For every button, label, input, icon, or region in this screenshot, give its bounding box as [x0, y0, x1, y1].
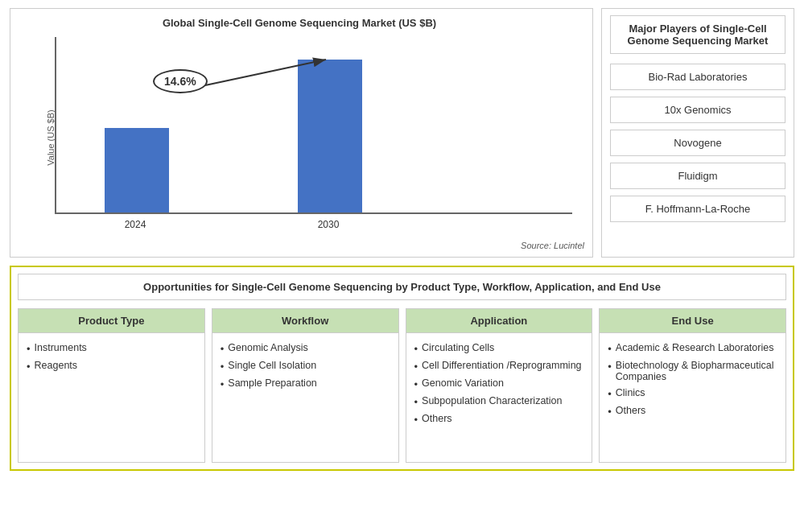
y-axis-label: Value (US $B) [46, 109, 56, 166]
list-item: • Genomic Analysis [221, 340, 390, 357]
players-title: Major Players of Single-Cell Genome Sequ… [610, 15, 785, 54]
list-item: • Genomic Variation [414, 375, 584, 393]
bullet-icon: • [414, 361, 418, 373]
player-item: F. Hoffmann-La-Roche [610, 196, 785, 222]
list-item: • Single Cell Isolation [221, 357, 390, 375]
source-text: Source: Lucintel [521, 241, 584, 250]
categories-row: Product Type • Instruments • Reagents Wo… [18, 308, 786, 463]
list-item: • Clinics [608, 385, 777, 402]
category-body-application: • Circulating Cells • Cell Differentiati… [406, 333, 592, 462]
bullet-icon: • [27, 343, 31, 355]
bar-label-2024: 2024 [103, 219, 167, 230]
cagr-bubble: 14.6% [153, 69, 208, 93]
list-item: • Academic & Research Laboratories [608, 340, 777, 357]
players-list: Bio-Rad Laboratories 10x Genomics Novoge… [610, 64, 785, 222]
bullet-icon: • [608, 388, 612, 400]
list-item: • Subpopulation Characterization [414, 393, 584, 410]
bottom-title: Opportunities for Single-Cell Genome Seq… [18, 274, 786, 300]
top-section: Global Single-Cell Genome Sequencing Mar… [10, 8, 794, 258]
bullet-icon: • [414, 378, 418, 390]
players-panel: Major Players of Single-Cell Genome Sequ… [601, 8, 794, 258]
bar-2024 [105, 128, 169, 212]
player-item: 10x Genomics [610, 97, 785, 123]
category-workflow: Workflow • Genomic Analysis • Single Cel… [212, 308, 399, 463]
chart-area: Global Single-Cell Genome Sequencing Mar… [10, 8, 593, 258]
list-item: • Instruments [27, 340, 196, 357]
list-item: • Others [608, 402, 777, 420]
bar-2030 [298, 60, 362, 212]
list-item: • Others [414, 410, 584, 428]
list-item: • Reagents [27, 357, 196, 375]
bullet-icon: • [608, 343, 612, 355]
bullet-icon: • [221, 361, 225, 373]
bar-label-2030: 2030 [296, 219, 361, 230]
list-item: • Sample Preparation [221, 375, 390, 393]
bullet-icon: • [221, 343, 225, 355]
category-application: Application • Circulating Cells • Cell D… [406, 308, 593, 463]
player-item: Fluidigm [610, 163, 785, 189]
bullet-icon: • [414, 343, 418, 355]
bullet-icon: • [608, 406, 612, 418]
category-header-end-use: End Use [600, 309, 785, 333]
bullet-icon: • [27, 361, 31, 373]
player-item: Bio-Rad Laboratories [610, 64, 785, 90]
list-item: • Cell Differentiation /Reprogramming [414, 357, 584, 375]
player-item: Novogene [610, 130, 785, 156]
bullet-icon: • [414, 414, 418, 426]
category-header-product-type: Product Type [19, 309, 204, 333]
bottom-section: Opportunities for Single-Cell Genome Seq… [10, 266, 794, 471]
category-product-type: Product Type • Instruments • Reagents [18, 308, 205, 463]
chart-title: Global Single-Cell Genome Sequencing Mar… [19, 17, 580, 29]
list-item: • Biotechnology & Biopharmaceutical Comp… [608, 357, 777, 385]
category-end-use: End Use • Academic & Research Laboratori… [599, 308, 786, 463]
category-header-workflow: Workflow [212, 309, 398, 333]
main-container: Global Single-Cell Genome Sequencing Mar… [0, 0, 804, 479]
bullet-icon: • [414, 396, 418, 408]
list-item: • Circulating Cells [414, 340, 584, 357]
bullet-icon: • [608, 361, 612, 373]
category-body-end-use: • Academic & Research Laboratories • Bio… [600, 333, 785, 462]
bullet-icon: • [221, 378, 225, 390]
category-header-application: Application [406, 309, 592, 333]
category-body-product-type: • Instruments • Reagents [19, 333, 204, 462]
category-body-workflow: • Genomic Analysis • Single Cell Isolati… [212, 333, 398, 462]
